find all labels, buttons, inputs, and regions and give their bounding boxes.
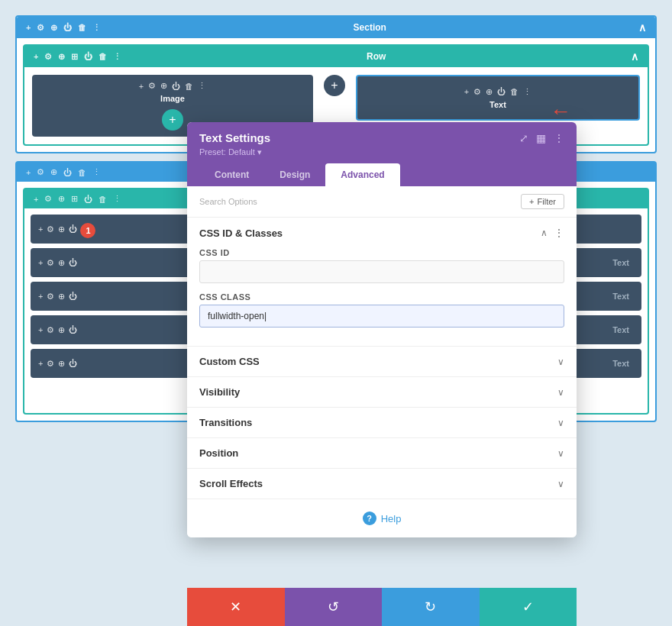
sec2-copy-icon[interactable]: ⊕	[50, 167, 57, 177]
settings-preset[interactable]: Preset: Default ▾	[199, 147, 564, 157]
scroll-effects-title: Scroll Effects	[199, 478, 263, 489]
r5-add-icon[interactable]: +	[38, 359, 43, 368]
settings-more-icon[interactable]: ⋮	[554, 132, 564, 144]
search-placeholder[interactable]: Search Options	[199, 197, 257, 206]
section-copy-icon[interactable]: ⊕	[50, 23, 57, 33]
sec2-more-icon[interactable]: ⋮	[92, 167, 101, 177]
r4-settings-icon[interactable]: ⚙	[47, 325, 54, 335]
inner-more-icon[interactable]: ⋮	[113, 194, 121, 204]
img-delete-icon[interactable]: 🗑	[185, 82, 193, 91]
section-add-icon[interactable]: +	[26, 23, 31, 32]
inner-copy-icon[interactable]: ⊕	[58, 194, 65, 204]
visibility-header[interactable]: Visibility ∨	[187, 377, 577, 407]
r4-add-icon[interactable]: +	[38, 325, 43, 334]
css-class-input[interactable]	[199, 305, 564, 328]
css-section-chevron-icon[interactable]: ∧	[541, 227, 548, 238]
row-copy-icon[interactable]: ⊕	[58, 52, 65, 62]
row-add-icon[interactable]: +	[34, 52, 38, 61]
section-chevron-icon[interactable]: ∧	[638, 21, 646, 34]
row-delete-icon[interactable]: 🗑	[99, 52, 107, 61]
scroll-effects-header[interactable]: Scroll Effects ∨	[187, 469, 577, 499]
transitions-chevron-icon[interactable]: ∨	[557, 418, 564, 428]
section-delete-icon[interactable]: 🗑	[78, 23, 86, 32]
visibility-chevron-icon[interactable]: ∨	[557, 387, 564, 398]
txt-delete-icon[interactable]: 🗑	[510, 87, 519, 96]
position-chevron-icon[interactable]: ∨	[557, 448, 564, 459]
row2-icons: + ⚙ ⊕ ⏻	[38, 258, 77, 268]
r3-copy-icon[interactable]: ⊕	[58, 292, 65, 302]
filter-button[interactable]: + Filter	[521, 194, 564, 209]
r3-toggle-icon[interactable]: ⏻	[69, 292, 77, 301]
img-toggle-icon[interactable]: ⏻	[172, 82, 180, 91]
redo-button[interactable]: ↻	[382, 588, 480, 626]
sec2-settings-icon[interactable]: ⚙	[37, 167, 44, 177]
inner-grid-icon[interactable]: ⊞	[71, 194, 78, 204]
text-module-icons: + ⚙ ⊕ ⏻ 🗑 ⋮	[464, 87, 531, 97]
save-button[interactable]: ✓	[480, 588, 577, 626]
section-more-icon[interactable]: ⋮	[92, 23, 101, 33]
section-toggle-icon[interactable]: ⏻	[63, 23, 72, 32]
r5-copy-icon[interactable]: ⊕	[58, 359, 65, 369]
row3-icons: + ⚙ ⊕ ⏻	[38, 292, 77, 302]
tab-content[interactable]: Content	[199, 163, 264, 186]
sec2-add-icon[interactable]: +	[26, 168, 31, 177]
row-settings-icon[interactable]: ⚙	[44, 52, 52, 62]
r3-add-icon[interactable]: +	[38, 292, 43, 301]
img-add-icon[interactable]: +	[139, 82, 144, 91]
tab-design[interactable]: Design	[264, 163, 325, 186]
row-toggle-icon[interactable]: ⏻	[84, 52, 92, 61]
custom-css-chevron-icon[interactable]: ∨	[557, 357, 564, 367]
txt-settings-icon[interactable]: ⚙	[473, 87, 481, 97]
image-add-button[interactable]: +	[162, 109, 183, 131]
r1-settings-icon[interactable]: ⚙	[47, 224, 54, 234]
undo-button[interactable]: ↺	[285, 588, 383, 626]
sec2-toggle-icon[interactable]: ⏻	[63, 168, 72, 177]
img-copy-icon[interactable]: ⊕	[160, 81, 167, 91]
r4-toggle-icon[interactable]: ⏻	[69, 325, 77, 334]
r5-settings-icon[interactable]: ⚙	[47, 359, 54, 369]
inner-toggle-icon[interactable]: ⏻	[84, 195, 92, 204]
transitions-section: Transitions ∨	[187, 408, 577, 438]
r2-add-icon[interactable]: +	[38, 258, 43, 267]
section-header-icons: + ⚙ ⊕ ⏻ 🗑 ⋮	[26, 23, 101, 33]
txt-copy-icon[interactable]: ⊕	[486, 87, 493, 97]
inner-delete-icon[interactable]: 🗑	[99, 195, 107, 204]
position-header[interactable]: Position ∨	[187, 438, 577, 468]
settings-panel: Text Settings ⤢ ▦ ⋮ Preset: Default ▾ Co…	[187, 122, 577, 537]
row-grid-icon[interactable]: ⊞	[71, 52, 78, 62]
txt-more-icon[interactable]: ⋮	[523, 87, 531, 97]
redo-icon: ↻	[425, 599, 436, 615]
r5-toggle-icon[interactable]: ⏻	[69, 359, 77, 368]
css-id-classes-header[interactable]: CSS ID & Classes ∧ ⋮	[187, 218, 577, 248]
settings-expand-icon[interactable]: ⤢	[519, 132, 528, 144]
section-settings-icon[interactable]: ⚙	[37, 23, 44, 33]
r2-copy-icon[interactable]: ⊕	[58, 258, 65, 268]
scroll-effects-chevron-icon[interactable]: ∨	[557, 479, 564, 489]
css-section-menu-icon[interactable]: ⋮	[554, 227, 564, 239]
r2-toggle-icon[interactable]: ⏻	[69, 258, 77, 267]
txt-toggle-icon[interactable]: ⏻	[497, 87, 506, 96]
r4-copy-icon[interactable]: ⊕	[58, 325, 65, 335]
r1-toggle-icon[interactable]: ⏻	[69, 224, 77, 234]
sec2-delete-icon[interactable]: 🗑	[78, 168, 86, 177]
r2-settings-icon[interactable]: ⚙	[47, 258, 54, 268]
inner-settings-icon[interactable]: ⚙	[44, 194, 52, 204]
cancel-button[interactable]: ✕	[187, 588, 285, 626]
tab-advanced[interactable]: Advanced	[325, 163, 399, 186]
inner-add-icon[interactable]: +	[34, 195, 38, 204]
css-id-input[interactable]	[199, 260, 564, 283]
img-more-icon[interactable]: ⋮	[198, 81, 206, 91]
bottom-toolbar: ✕ ↺ ↻ ✓	[187, 588, 577, 626]
row-more-icon[interactable]: ⋮	[113, 52, 121, 62]
row-chevron-icon[interactable]: ∧	[631, 50, 638, 63]
r3-settings-icon[interactable]: ⚙	[47, 292, 54, 302]
transitions-header[interactable]: Transitions ∨	[187, 408, 577, 437]
center-add-button[interactable]: +	[324, 75, 345, 96]
custom-css-header[interactable]: Custom CSS ∨	[187, 347, 577, 376]
settings-columns-icon[interactable]: ▦	[536, 132, 546, 144]
help-row[interactable]: ? Help	[187, 499, 577, 537]
img-settings-icon[interactable]: ⚙	[148, 81, 156, 91]
r1-add-icon[interactable]: +	[38, 224, 43, 234]
r1-copy-icon[interactable]: ⊕	[58, 224, 65, 234]
txt-add-icon[interactable]: +	[464, 87, 469, 96]
